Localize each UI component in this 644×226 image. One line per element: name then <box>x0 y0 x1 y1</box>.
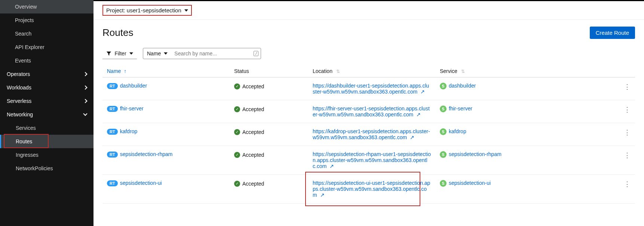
nav-top-group: OverviewProjectsSearchAPI ExplorerEvents <box>0 0 93 67</box>
nav-sections: OperatorsWorkloadsServerlessNetworkingSe… <box>0 67 93 175</box>
kebab-menu[interactable]: ⋮ <box>619 146 635 175</box>
status-badge: ✓Accepted <box>234 152 264 158</box>
status-text: Accepted <box>242 106 264 112</box>
table-row: RTsepsisdetection-rhpam✓Acceptedhttps://… <box>102 146 635 175</box>
route-name-link[interactable]: dashbuilder <box>120 83 147 89</box>
caret-down-icon <box>184 9 188 12</box>
kebab-menu[interactable]: ⋮ <box>619 175 635 204</box>
service-link[interactable]: fhir-server <box>449 106 472 112</box>
project-prefix: Project: <box>106 7 125 13</box>
service-link[interactable]: kafdrop <box>449 128 466 134</box>
nav-sub-ingresses[interactable]: Ingresses <box>0 148 93 162</box>
chevron-down-icon <box>83 112 87 116</box>
kebab-menu[interactable]: ⋮ <box>619 123 635 146</box>
table-row: RTfhir-server✓Acceptedhttps://fhir-serve… <box>102 100 635 123</box>
nav-section-serverless[interactable]: Serverless <box>0 94 93 108</box>
col-location-label: Location <box>313 68 332 74</box>
route-badge: RT <box>107 106 118 112</box>
service-link[interactable]: dashbuilder <box>449 83 476 89</box>
status-badge: ✓Accepted <box>234 181 264 187</box>
main-content: Project: user1-sepsisdetection Routes Cr… <box>93 0 644 226</box>
nav-section-workloads[interactable]: Workloads <box>0 81 93 94</box>
sort-handle-icon: ⇅ <box>336 69 340 74</box>
create-route-button[interactable]: Create Route <box>590 27 635 39</box>
route-badge: RT <box>107 83 118 89</box>
check-circle-icon: ✓ <box>234 106 240 112</box>
nav-sub-networkpolicies[interactable]: NetworkPolicies <box>0 162 93 175</box>
service-badge: S <box>440 83 447 89</box>
route-badge: RT <box>107 129 118 135</box>
nav-item-api-explorer[interactable]: API Explorer <box>0 40 93 54</box>
route-name-link[interactable]: sepsisdetection-ui <box>120 180 162 186</box>
project-bar: Project: user1-sepsisdetection <box>93 1 644 20</box>
col-service-label: Service <box>440 68 457 74</box>
route-name-link[interactable]: fhir-server <box>120 106 144 112</box>
col-status-label: Status <box>234 68 249 74</box>
status-badge: ✓Accepted <box>234 129 264 135</box>
service-link[interactable]: sepsisdetection-ui <box>449 180 491 186</box>
route-badge: RT <box>107 152 118 158</box>
table-row: RTdashbuilder✓Acceptedhttps://dashbuilde… <box>102 77 635 100</box>
location-link[interactable]: https://fhir-server-user1-sepsisdetectio… <box>313 106 430 117</box>
nav-item-projects[interactable]: Projects <box>0 13 93 27</box>
location-link[interactable]: https://sepsisdetection-ui-user1-sepsisd… <box>313 180 430 198</box>
sidebar: OverviewProjectsSearchAPI ExplorerEvents… <box>0 0 93 226</box>
nav-item-overview[interactable]: Overview <box>0 0 93 13</box>
status-text: Accepted <box>242 83 264 89</box>
table-row: RTkafdrop✓Acceptedhttps://kafdrop-user1-… <box>102 123 635 146</box>
nav-section-operators[interactable]: Operators <box>0 67 93 81</box>
kebab-menu[interactable]: ⋮ <box>619 100 635 123</box>
filter-dropdown[interactable]: Filter <box>102 48 137 59</box>
col-status[interactable]: Status <box>230 65 308 77</box>
service-badge: S <box>440 151 447 158</box>
table-header-row: Name ↑ Status Location ⇅ Service ⇅ <box>102 65 635 77</box>
name-filter-dropdown[interactable]: Name <box>143 48 171 59</box>
col-location[interactable]: Location ⇅ <box>308 65 435 77</box>
location-link[interactable]: https://sepsisdetection-rhpam-user1-seps… <box>313 151 431 169</box>
sort-handle-icon: ⇅ <box>461 69 465 74</box>
route-badge: RT <box>107 180 118 186</box>
external-link-icon: ↗ <box>408 134 414 140</box>
content-area: Routes Create Route Filter Name / <box>93 20 644 226</box>
service-badge: S <box>440 128 447 135</box>
col-name-label: Name <box>107 68 121 74</box>
topbar: Project: user1-sepsisdetection <box>93 0 644 20</box>
chevron-right-icon <box>83 85 87 89</box>
status-text: Accepted <box>242 181 264 187</box>
col-service[interactable]: Service ⇅ <box>435 65 619 77</box>
external-link-icon: ↗ <box>328 163 334 169</box>
col-actions <box>619 65 635 77</box>
nav-item-events[interactable]: Events <box>0 54 93 67</box>
header-row: Routes Create Route <box>102 27 635 39</box>
service-badge: S <box>440 180 447 187</box>
route-name-link[interactable]: kafdrop <box>120 128 138 134</box>
check-circle-icon: ✓ <box>234 181 240 187</box>
location-link[interactable]: https://dashbuilder-user1-sepsisdetectio… <box>313 83 429 95</box>
filter-label: Filter <box>114 51 126 56</box>
highlight-box <box>4 134 49 148</box>
project-name: user1-sepsisdetection <box>127 7 181 13</box>
check-circle-icon: ✓ <box>234 129 240 135</box>
external-link-icon: ↗ <box>415 112 421 117</box>
status-text: Accepted <box>242 152 264 158</box>
col-name[interactable]: Name ↑ <box>102 65 230 77</box>
name-filter-label-text: Name <box>147 51 161 56</box>
nav-sub-services[interactable]: Services <box>0 121 93 135</box>
search-input[interactable] <box>171 48 254 59</box>
external-link-icon: ↗ <box>319 192 325 198</box>
nav-section-label: Workloads <box>7 85 31 91</box>
status-badge: ✓Accepted <box>234 106 264 112</box>
page-title: Routes <box>102 27 133 39</box>
nav-section-networking[interactable]: Networking <box>0 108 93 121</box>
kebab-menu[interactable]: ⋮ <box>619 77 635 100</box>
location-link[interactable]: https://kafdrop-user1-sepsisdetection.ap… <box>313 128 430 140</box>
routes-table: Name ↑ Status Location ⇅ Service ⇅ <box>102 65 635 204</box>
table-row: RTsepsisdetection-ui✓Acceptedhttps://sep… <box>102 175 635 204</box>
service-link[interactable]: sepsisdetection-rhpam <box>449 151 502 157</box>
nav-section-label: Serverless <box>7 98 31 104</box>
route-name-link[interactable]: sepsisdetection-rhpam <box>120 151 173 157</box>
nav-sub-routes[interactable]: Routes <box>0 135 93 148</box>
project-selector[interactable]: Project: user1-sepsisdetection <box>102 5 192 16</box>
nav-item-search[interactable]: Search <box>0 27 93 40</box>
keyboard-hint: / <box>254 51 258 56</box>
